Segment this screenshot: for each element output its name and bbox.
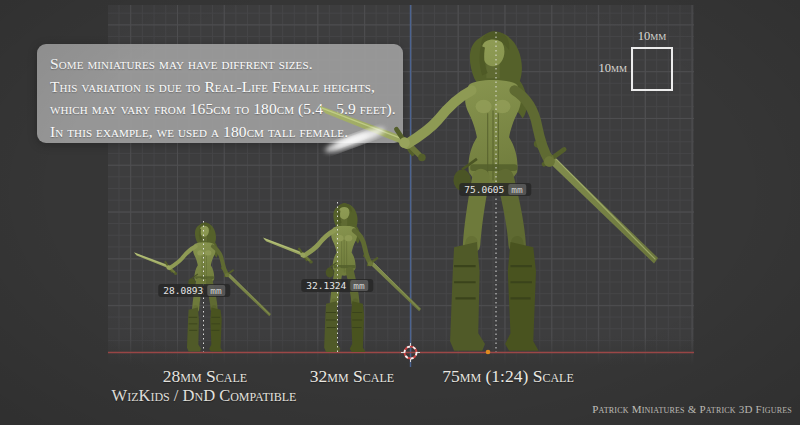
measurement-unit: mm: [350, 280, 367, 291]
measurement-unit: mm: [508, 184, 525, 195]
viewport-canvas[interactable]: [0, 0, 800, 425]
measurement-badge-28mm: 28.0893mm: [158, 284, 230, 297]
scale-reference-width-label: 10mm: [629, 29, 675, 44]
caption-28mm-compat: WizKids / DnD Compatible: [112, 386, 297, 406]
miniature-32mm: [263, 203, 421, 352]
scale-reference-square: [631, 47, 673, 91]
measurement-value: 32.1324: [306, 280, 346, 291]
measurement-unit: mm: [207, 285, 224, 296]
measurement-value: 28.0893: [163, 285, 203, 296]
origin-dot: [486, 350, 491, 355]
credit-text: Patrick Miniatures & Patrick 3D Figures: [592, 403, 792, 415]
caption-75mm-scale: 75mm (1:24) Scale: [442, 366, 573, 387]
caption-28mm-scale: 28mm Scale: [163, 366, 247, 387]
caption-32mm-scale: 32mm Scale: [310, 366, 394, 387]
blade-glare: [323, 124, 387, 156]
measurement-badge-32mm: 32.1324mm: [301, 279, 373, 292]
scale-reference-height-label: 10mm: [585, 61, 627, 76]
measurement-badge-75mm: 75.0605mm: [459, 183, 531, 196]
measurement-value: 75.0605: [464, 184, 504, 195]
